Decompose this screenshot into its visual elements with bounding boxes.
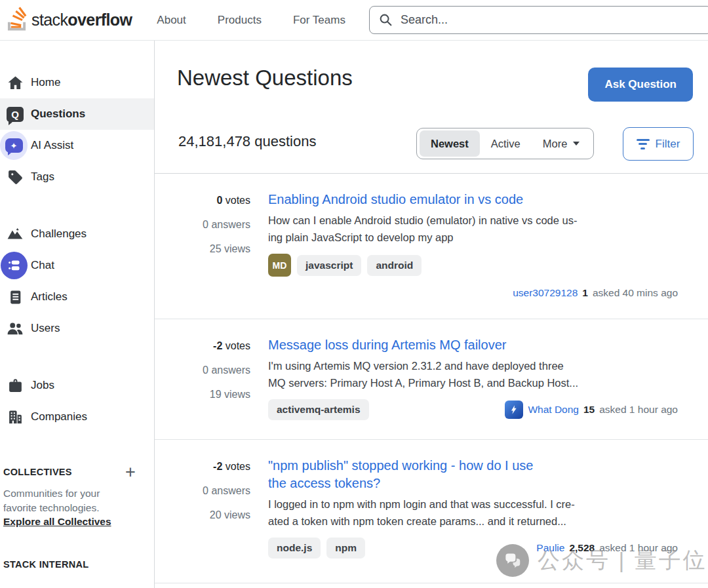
answers-stat: 0 answers — [177, 483, 250, 498]
collectives-header: COLLECTIVES + — [3, 465, 142, 479]
user-reputation: 2,528 — [569, 542, 595, 554]
filter-button[interactable]: Filter — [623, 127, 694, 161]
question-excerpt: I'm using Artemis MQ version 2.31.2 and … — [268, 358, 678, 391]
question-meta: Paulie 2,528 asked 1 hour ago — [536, 542, 678, 554]
collectives-header-label: COLLECTIVES — [3, 467, 72, 477]
sidebar-item-label: Tags — [31, 170, 54, 184]
sidebar-item-label: Users — [31, 322, 60, 335]
question-content: Message loss during Artemis MQ failover … — [268, 336, 678, 439]
user-reputation: 1 — [582, 287, 588, 299]
tag-nodejs[interactable]: node.js — [268, 538, 321, 559]
tag-javascript[interactable]: javascript — [297, 255, 361, 276]
chevron-down-icon — [573, 142, 580, 146]
views-stat: 25 views — [177, 241, 250, 256]
sidebar-item-companies[interactable]: Companies — [0, 401, 154, 433]
votes-stat: -2 votes — [177, 338, 250, 353]
tab-newest[interactable]: Newest — [420, 130, 480, 157]
filter-icon — [637, 139, 650, 149]
question-stats: 0 votes 0 answers 25 views — [177, 191, 250, 319]
user-link[interactable]: Paulie — [536, 542, 564, 554]
search-icon — [378, 12, 393, 28]
challenges-icon — [3, 218, 28, 250]
sidebar-item-label: Home — [31, 76, 60, 89]
question-meta: What Dong 15 asked 1 hour ago — [505, 401, 678, 419]
sidebar-item-articles[interactable]: Articles — [0, 281, 154, 313]
asked-time: asked 1 hour ago — [599, 542, 678, 554]
tag-npm[interactable]: npm — [326, 538, 365, 559]
main-content: Newest Questions Ask Question 24,181,478… — [155, 41, 708, 588]
question-title-link[interactable]: Enabling Android studio emulator in vs c… — [268, 191, 678, 208]
tag-android[interactable]: android — [367, 255, 422, 276]
sidebar-item-home[interactable]: Home — [0, 67, 154, 98]
sidebar-item-challenges[interactable]: Challenges — [0, 218, 154, 250]
ask-question-button[interactable]: Ask Question — [588, 68, 693, 102]
votes-stat: -2 votes — [177, 459, 250, 474]
user-link[interactable]: What Dong — [528, 404, 579, 416]
tag-row: node.js npm Paulie 2,528 asked 1 hour ag… — [268, 538, 678, 559]
user-link[interactable]: user30729128 — [513, 287, 578, 299]
briefcase-icon — [3, 370, 28, 401]
tab-more[interactable]: More — [532, 130, 591, 157]
tag-activemq-artemis[interactable]: activemq-artemis — [268, 399, 369, 420]
answers-stat: 0 answers — [177, 217, 250, 232]
question-title-link[interactable]: "npm publish" stopped working - how do I… — [268, 457, 678, 492]
collective-badge[interactable]: MD — [268, 254, 291, 277]
question-stats: -2 votes 0 answers 19 views — [177, 336, 250, 439]
collectives-section: COLLECTIVES + Communities for your favor… — [0, 465, 154, 570]
sidebar-item-label: Jobs — [31, 379, 54, 392]
articles-icon — [3, 281, 28, 313]
questions-icon: Q — [3, 98, 28, 130]
nav-link-for-teams[interactable]: For Teams — [277, 0, 361, 41]
sidebar-item-label: Chat — [31, 259, 54, 272]
sidebar-item-chat[interactable]: Chat — [0, 250, 154, 281]
sidebar-item-label: Companies — [31, 410, 87, 423]
sort-tab-group: Newest Active More — [416, 128, 594, 159]
sidebar-spacer — [0, 344, 154, 370]
top-navigation-bar: stackoverflow About Products For Teams — [0, 0, 708, 41]
search-box[interactable] — [369, 6, 708, 34]
question-meta: user30729128 1 asked 40 mins ago — [268, 287, 678, 299]
question-excerpt: I logged in to npm with npm login and th… — [268, 496, 678, 530]
votes-stat: 0 votes — [177, 193, 250, 208]
buildings-icon — [3, 401, 28, 433]
sidebar-item-users[interactable]: Users — [0, 313, 154, 344]
stackoverflow-logo-icon — [7, 7, 27, 33]
page-title: Newest Questions — [177, 66, 353, 90]
users-icon — [3, 313, 28, 344]
question-count: 24,181,478 questions — [178, 133, 316, 150]
answers-stat: 0 answers — [177, 363, 250, 378]
question-stats: -2 votes 0 answers 20 views — [177, 457, 250, 583]
stackoverflow-logo[interactable]: stackoverflow — [7, 7, 132, 33]
question-excerpt: How can I enable Android studio (emulato… — [268, 212, 678, 246]
nav-link-products[interactable]: Products — [202, 0, 277, 41]
sidebar-item-tags[interactable]: Tags — [0, 161, 154, 193]
tab-active[interactable]: Active — [480, 130, 532, 157]
question-row: 0 votes 0 answers 25 views Enabling Andr… — [155, 174, 708, 319]
question-list: 0 votes 0 answers 25 views Enabling Andr… — [155, 174, 708, 583]
search-input[interactable] — [399, 12, 703, 28]
question-content: "npm publish" stopped working - how do I… — [268, 457, 678, 583]
sidebar-item-label: Questions — [31, 108, 85, 121]
tag-icon — [3, 161, 28, 193]
ai-assist-icon: ✦ — [3, 130, 28, 161]
explore-collectives-link[interactable]: Explore all Collectives — [3, 515, 111, 529]
chat-icon — [3, 250, 28, 281]
asked-time: asked 1 hour ago — [599, 404, 678, 416]
sidebar-item-label: Articles — [31, 290, 68, 304]
views-stat: 20 views — [177, 507, 250, 522]
tag-row: activemq-artemis What Dong 15 asked 1 ho… — [268, 399, 678, 420]
add-collective-button[interactable]: + — [125, 465, 142, 479]
user-avatar[interactable] — [505, 401, 523, 419]
question-title-link[interactable]: Message loss during Artemis MQ failover — [268, 336, 678, 354]
top-nav-links: About Products For Teams — [141, 0, 361, 41]
logo-wordmark: stackoverflow — [31, 10, 132, 29]
sidebar-spacer — [0, 193, 154, 218]
nav-link-about[interactable]: About — [141, 0, 201, 41]
question-row: -2 votes 0 answers 20 views "npm publish… — [155, 440, 708, 583]
sidebar-item-jobs[interactable]: Jobs — [0, 370, 154, 401]
sidebar-item-ai-assist[interactable]: ✦ AI Assist — [0, 130, 154, 161]
question-row: -2 votes 0 answers 19 views Message loss… — [155, 319, 708, 440]
left-sidebar: Home Q Questions ✦ AI Assist Tags Challe… — [0, 41, 155, 588]
sidebar-item-questions[interactable]: Q Questions — [0, 98, 154, 130]
sidebar-item-label: Challenges — [31, 227, 87, 241]
